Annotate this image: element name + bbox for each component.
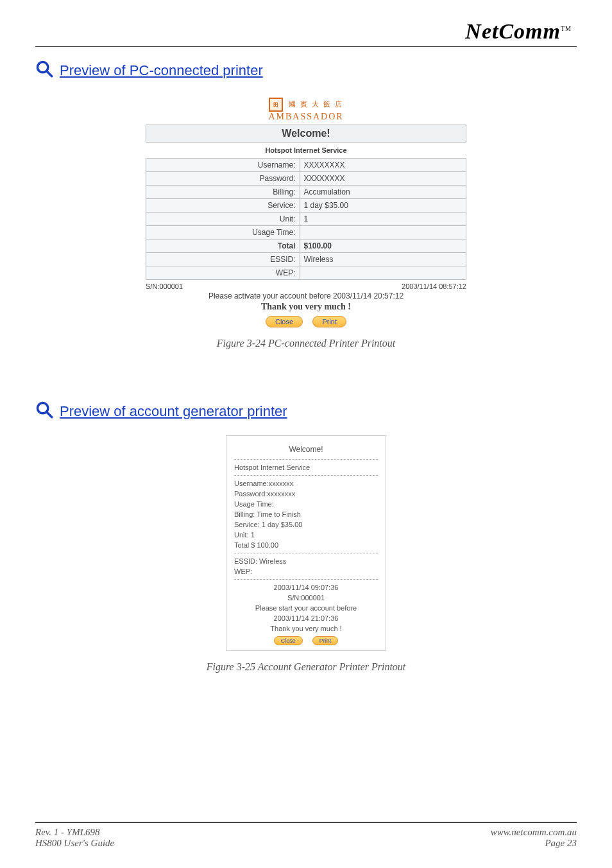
receipt-wep: WEP:	[234, 568, 378, 575]
hotel-name-chinese: 國 賓 大 飯 店	[289, 100, 343, 108]
essid-value: Wireless	[300, 253, 466, 266]
table-row: WEP:	[146, 266, 466, 280]
table-row-total: Total$100.00	[146, 239, 466, 253]
table-row: Service:1 day $35.00	[146, 199, 466, 213]
page-footer: Rev. 1 - YML698 www.netcomm.com.au HS800…	[35, 822, 577, 849]
receipt-usage: Usage Time:	[234, 500, 378, 508]
magnifier-icon	[35, 401, 53, 422]
table-row: Usage Time:	[146, 226, 466, 239]
receipt-timestamp: 2003/11/14 09:07:36	[234, 584, 378, 591]
receipt-activate1: Please start your account before	[234, 604, 378, 612]
username-label: Username:	[146, 159, 300, 172]
hotel-logo-icon: 田	[269, 98, 283, 112]
timestamp-text: 2003/11/14 08:57:12	[402, 282, 466, 290]
receipt-essid: ESSID: Wireless	[234, 557, 378, 565]
receipt-sn: S/N:000001	[234, 594, 378, 602]
receipt-title: Welcome!	[234, 445, 378, 454]
thank-text: Thank you very much !	[146, 302, 466, 312]
receipt-activate2: 2003/11/14 21:07:36	[234, 614, 378, 622]
hotel-logo: 田 國 賓 大 飯 店 AMBASSADOR	[146, 98, 466, 122]
close-button[interactable]: Close	[274, 636, 303, 645]
print-button[interactable]: Print	[312, 316, 346, 327]
sn-text: S/N:000001	[146, 282, 183, 290]
table-row: Unit:1	[146, 213, 466, 226]
footer-rev: Rev. 1 - YML698	[35, 827, 100, 838]
service-title: Hotspot Internet Service	[146, 143, 466, 158]
footer-url: www.netcomm.com.au	[491, 827, 577, 838]
sn-timestamp-row: S/N:000001 2003/11/14 08:57:12	[146, 282, 466, 290]
unit-value: 1	[300, 213, 466, 226]
preview-pc-printer-link[interactable]: Preview of PC-connected printer	[35, 60, 263, 82]
receipt-password: Password:xxxxxxxx	[234, 490, 378, 498]
table-row: Billing:Accumulation	[146, 186, 466, 199]
footer-divider	[35, 822, 577, 823]
footer-page: Page 23	[545, 838, 577, 849]
dashed-divider	[234, 459, 378, 460]
usage-label: Usage Time:	[146, 226, 300, 239]
table-row: Username:XXXXXXXX	[146, 159, 466, 172]
unit-label: Unit:	[146, 213, 300, 226]
receipt-button-row: Close Print	[234, 636, 378, 645]
dashed-divider	[234, 553, 378, 553]
password-value: XXXXXXXX	[300, 172, 466, 186]
receipt-thank: Thank you very much !	[234, 625, 378, 632]
svg-line-3	[47, 412, 52, 417]
essid-label: ESSID:	[146, 253, 300, 266]
activate-text: Please activate your account before 2003…	[146, 291, 466, 300]
close-button[interactable]: Close	[266, 316, 303, 327]
billing-label: Billing:	[146, 186, 300, 199]
hotel-name-english: AMBASSADOR	[268, 112, 343, 121]
billing-value: Accumulation	[300, 186, 466, 199]
footer-guide: HS800 User's Guide	[35, 838, 114, 849]
fields-table: Username:XXXXXXXX Password:XXXXXXXX Bill…	[146, 158, 466, 280]
service-label: Service:	[146, 199, 300, 213]
receipt-username: Username:xxxxxxx	[234, 480, 378, 487]
receipt-service-line: Service: 1 day $35.00	[234, 521, 378, 528]
password-label: Password:	[146, 172, 300, 186]
print-button[interactable]: Print	[312, 636, 339, 645]
receipt-total: Total $ 100.00	[234, 541, 378, 549]
pc-printout: 田 國 賓 大 飯 店 AMBASSADOR Welcome! Hotspot …	[146, 98, 466, 327]
svg-line-1	[47, 71, 52, 76]
table-row: Password:XXXXXXXX	[146, 172, 466, 186]
magnifier-icon	[35, 60, 53, 82]
brand-name: NetComm	[465, 19, 561, 43]
receipt-unit: Unit: 1	[234, 531, 378, 539]
wep-value	[300, 266, 466, 280]
preview-link-text: Preview of PC-connected printer	[60, 62, 263, 79]
button-row: Close Print	[146, 316, 466, 327]
preview-account-generator-link[interactable]: Preview of account generator printer	[35, 401, 287, 422]
brand-tm: TM	[561, 25, 572, 32]
figure-caption-1: Figure 3-24 PC-connected Printer Printou…	[35, 338, 577, 349]
service-value: 1 day $35.00	[300, 199, 466, 213]
header-divider	[35, 46, 577, 47]
wep-label: WEP:	[146, 266, 300, 280]
username-value: XXXXXXXX	[300, 159, 466, 172]
brand-logo: NetCommTM	[35, 19, 577, 44]
dashed-divider	[234, 579, 378, 580]
total-label: Total	[146, 239, 300, 253]
usage-value	[300, 226, 466, 239]
account-generator-receipt: Welcome! Hotspot Internet Service Userna…	[226, 435, 386, 651]
receipt-billing: Billing: Time to Finish	[234, 510, 378, 518]
table-row: ESSID:Wireless	[146, 253, 466, 266]
total-value: $100.00	[300, 239, 466, 253]
preview-link-text: Preview of account generator printer	[60, 403, 287, 420]
receipt-service: Hotspot Internet Service	[234, 464, 378, 471]
figure-caption-2: Figure 3-25 Account Generator Printer Pr…	[35, 661, 577, 673]
dashed-divider	[234, 475, 378, 476]
welcome-header: Welcome!	[146, 125, 466, 143]
